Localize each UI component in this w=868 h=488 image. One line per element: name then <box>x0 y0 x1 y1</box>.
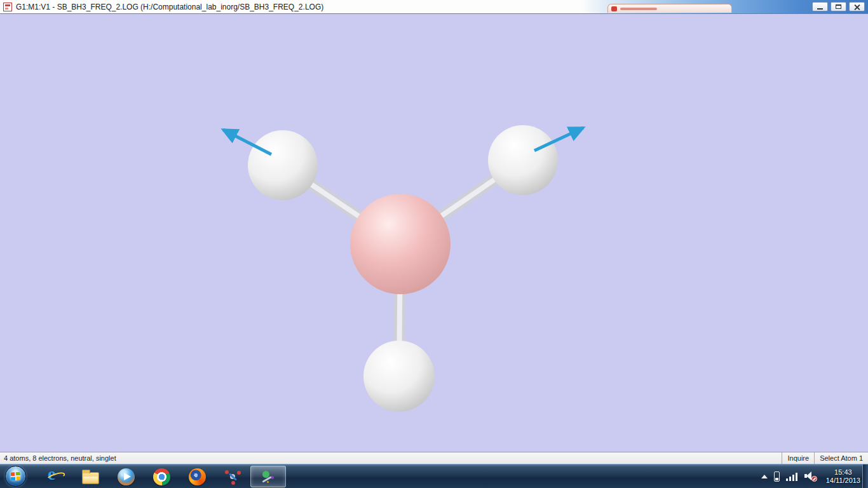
close-button[interactable] <box>849 2 865 11</box>
maximize-icon <box>836 4 841 9</box>
close-icon <box>854 4 860 10</box>
volume-muted-badge <box>811 476 817 482</box>
taskbar-item-chrome[interactable] <box>144 466 179 487</box>
atom-sphere-H[interactable] <box>488 125 558 195</box>
taskbar-item-windows-explorer[interactable] <box>72 466 108 487</box>
show-hidden-icons-icon[interactable] <box>761 475 768 478</box>
gaussview-molecule-icon <box>224 468 241 485</box>
inquire-mode-label: Inquire <box>782 452 814 464</box>
titlebar: G1:M1:V1 - SB_BH3_FREQ_2.LOG (H:/Computa… <box>0 0 868 14</box>
internet-explorer-icon <box>46 468 64 485</box>
statusbar: 4 atoms, 8 electrons, neutral, singlet I… <box>0 452 868 464</box>
window-controls <box>812 2 865 11</box>
atoms-layer <box>248 125 558 412</box>
taskbar-icons <box>37 464 286 488</box>
model-viewport[interactable] <box>0 14 868 452</box>
taskbar-item-gaussview-active[interactable] <box>250 466 286 487</box>
clock-time: 15:43 <box>834 468 852 477</box>
select-atom-label: Select Atom 1 <box>814 452 868 464</box>
molecule-canvas[interactable] <box>0 14 868 452</box>
atom-sphere-B[interactable] <box>350 194 451 294</box>
minimize-button[interactable] <box>812 2 828 11</box>
volume-icon[interactable] <box>804 471 817 481</box>
taskbar-clock[interactable]: 15:43 14/11/2013 <box>826 468 860 485</box>
firefox-icon <box>189 468 206 485</box>
screen: G1:M1:V1 - SB_BH3_FREQ_2.LOG (H:/Computa… <box>0 0 868 488</box>
device-status-icon[interactable] <box>774 471 780 482</box>
taskbar-item-internet-explorer[interactable] <box>37 466 72 487</box>
taskbar-item-firefox[interactable] <box>179 466 215 487</box>
show-desktop-button[interactable] <box>862 464 868 488</box>
taskbar: 15:43 14/11/2013 <box>0 464 868 488</box>
molecule-info-text: 4 atoms, 8 electrons, neutral, singlet <box>4 452 116 464</box>
gaussview-active-icon <box>260 468 276 485</box>
minimize-icon <box>817 8 823 10</box>
network-signal-icon[interactable] <box>786 472 798 481</box>
atom-sphere-H[interactable] <box>248 130 318 200</box>
clock-date: 14/11/2013 <box>826 477 860 485</box>
system-tray: 15:43 14/11/2013 <box>761 464 860 488</box>
taskbar-item-media-player[interactable] <box>108 466 144 487</box>
atom-sphere-H[interactable] <box>363 341 435 412</box>
chrome-icon <box>153 468 170 485</box>
folder-icon <box>82 472 99 484</box>
background-window-fragment[interactable] <box>607 4 732 13</box>
media-player-icon <box>118 468 135 485</box>
status-right-segments: Inquire Select Atom 1 <box>782 452 868 464</box>
start-button[interactable] <box>5 466 26 487</box>
taskbar-item-gaussview-tool[interactable] <box>215 466 250 487</box>
app-icon[interactable] <box>3 3 12 11</box>
window-title: G1:M1:V1 - SB_BH3_FREQ_2.LOG (H:/Computa… <box>16 0 323 14</box>
windows-logo-icon <box>11 472 21 481</box>
maximize-button[interactable] <box>831 2 846 11</box>
